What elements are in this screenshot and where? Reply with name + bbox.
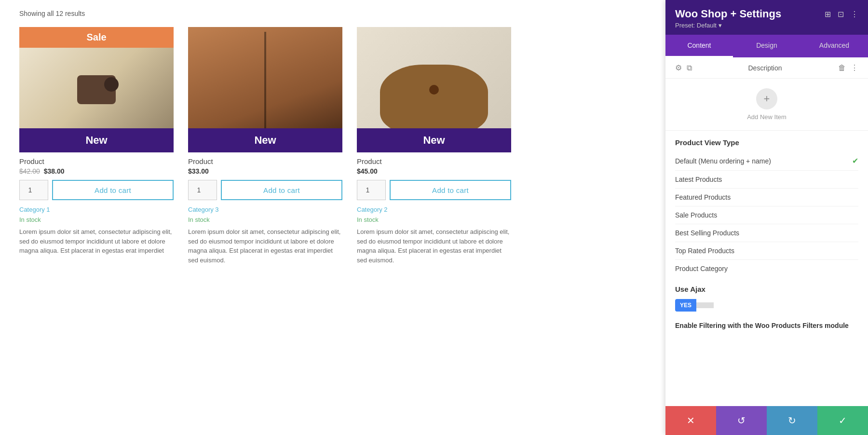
badge-new-2: New [188,128,342,152]
product-desc-1: Lorem ipsum dolor sit amet, consectetur … [19,227,174,256]
view-type-best-selling-label: Best Selling Products [675,229,739,237]
tab-design[interactable]: Design [733,35,800,57]
view-type-featured[interactable]: Featured Products [675,189,858,206]
product-title-3: Product [357,157,511,165]
product-category-3[interactable]: Category 2 [357,206,511,213]
qty-input-2[interactable] [188,180,217,200]
panel-header-left: Woo Shop + Settings Preset: Default ▾ [675,8,781,29]
delete-icon[interactable]: 🗑 [838,64,846,72]
product-image-wrap-2: New [188,27,342,152]
view-type-top-rated[interactable]: Top Rated Products [675,242,858,260]
use-ajax-section: Use Ajax YES [665,277,868,316]
view-type-top-rated-label: Top Rated Products [675,247,734,255]
panel-title: Woo Shop + Settings [675,8,781,20]
product-view-type-heading: Product View Type [665,131,868,151]
product-card-3: New Product $45.00 Add to cart Category … [357,27,511,265]
product-image-wrap-1: Sale New [19,27,174,152]
qty-input-3[interactable] [357,180,386,200]
product-price-1: $42.00 $38.00 [19,167,174,175]
ajax-toggle[interactable]: YES [675,299,714,312]
product-card-2: New Product $33.00 Add to cart Category … [188,27,342,265]
shop-area: Showing all 12 results Sale New Product … [0,0,665,435]
product-price-2: $33.00 [188,167,342,175]
redo-button[interactable]: ↻ [767,406,817,435]
in-stock-3: In stock [357,216,511,223]
panel-header: Woo Shop + Settings Preset: Default ▾ ⊞ … [665,0,868,35]
panel-body: ⚙ ⧉ Description 🗑 ⋮ + Add New Item Produ… [665,57,868,435]
description-label: Description [697,64,833,72]
cancel-button[interactable]: ✕ [665,406,716,435]
more-icon[interactable]: ⋮ [851,10,858,19]
settings-panel: Woo Shop + Settings Preset: Default ▾ ⊞ … [665,0,868,435]
panel-header-icons: ⊞ ⊡ ⋮ [825,10,858,19]
description-row: ⚙ ⧉ Description 🗑 ⋮ [665,57,868,79]
camera-icon[interactable]: ⊞ [825,10,831,19]
add-to-cart-row-3: Add to cart [357,180,511,200]
price-3: $45.00 [357,167,378,175]
view-type-default-label: Default (Menu ordering + name) [675,157,771,165]
add-to-cart-row-2: Add to cart [188,180,342,200]
view-type-category-label: Product Category [675,265,728,272]
tab-advanced[interactable]: Advanced [800,35,868,57]
grid-icon[interactable]: ⊡ [838,10,844,19]
product-card-1: Sale New Product $42.00 $38.00 Add to ca… [19,27,174,256]
product-desc-2: Lorem ipsum dolor sit amet, consectetur … [188,227,342,265]
view-type-sale-label: Sale Products [675,211,717,219]
price-2: $33.00 [188,167,209,175]
qty-input-1[interactable] [19,180,48,200]
price-old-1: $42.00 [19,167,40,175]
enable-filter-label: Enable Filtering with the Woo Products F… [675,321,858,331]
toggle-row: YES [675,299,858,312]
more-options-icon[interactable]: ⋮ [851,63,858,72]
badge-new-3: New [357,128,511,152]
price-new-1: $38.00 [44,167,65,175]
view-type-category[interactable]: Product Category [675,260,858,277]
view-type-latest-label: Latest Products [675,176,722,183]
products-grid: Sale New Product $42.00 $38.00 Add to ca… [19,27,646,265]
save-button[interactable]: ✓ [817,406,868,435]
bottom-toolbar: ✕ ↺ ↻ ✓ [665,406,868,435]
view-type-list: Default (Menu ordering + name) ✔ Latest … [665,151,868,277]
add-to-cart-row-1: Add to cart [19,180,174,200]
toggle-yes: YES [675,299,696,312]
view-type-best-selling[interactable]: Best Selling Products [675,224,858,242]
check-icon-default: ✔ [852,156,858,165]
add-to-cart-button-1[interactable]: Add to cart [52,180,174,200]
tab-content[interactable]: Content [665,35,733,57]
enable-filter-section: Enable Filtering with the Woo Products F… [665,316,868,336]
product-title-1: Product [19,157,174,165]
product-category-1[interactable]: Category 1 [19,206,174,213]
in-stock-1: In stock [19,216,174,223]
copy-icon[interactable]: ⧉ [687,64,692,72]
badge-sale-1: Sale [19,27,174,48]
description-actions: 🗑 ⋮ [838,63,858,72]
view-type-default[interactable]: Default (Menu ordering + name) ✔ [675,151,858,171]
add-to-cart-button-2[interactable]: Add to cart [221,180,342,200]
undo-button[interactable]: ↺ [716,406,767,435]
results-count: Showing all 12 results [19,10,646,17]
add-new-label: Add New Item [747,113,787,121]
in-stock-2: In stock [188,216,342,223]
view-type-latest[interactable]: Latest Products [675,171,858,189]
panel-tabs: Content Design Advanced [665,35,868,57]
product-price-3: $45.00 [357,167,511,175]
product-image-wrap-3: New [357,27,511,152]
toggle-no [696,302,714,308]
add-new-item[interactable]: + Add New Item [665,79,868,131]
product-category-2[interactable]: Category 3 [188,206,342,213]
use-ajax-label: Use Ajax [675,285,858,293]
gear-icon[interactable]: ⚙ [675,63,682,72]
add-to-cart-button-3[interactable]: Add to cart [390,180,511,200]
product-title-2: Product [188,157,342,165]
add-new-circle-icon[interactable]: + [756,88,777,109]
view-type-featured-label: Featured Products [675,193,731,201]
product-desc-3: Lorem ipsum dolor sit amet, consectetur … [357,227,511,265]
panel-preset[interactable]: Preset: Default ▾ [675,22,781,29]
view-type-sale[interactable]: Sale Products [675,206,858,224]
badge-new-1: New [19,128,174,152]
